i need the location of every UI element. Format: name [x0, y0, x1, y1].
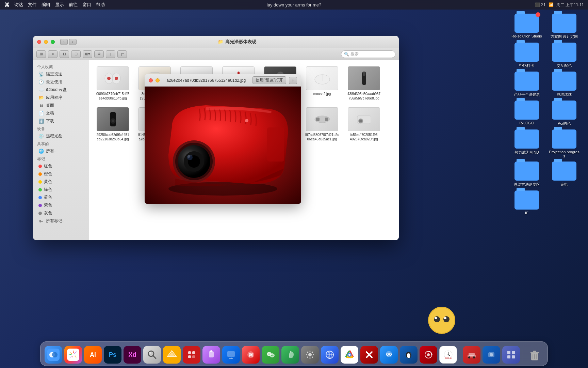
svg-point-85	[348, 354, 350, 356]
desktop: ⌘ 访达 文件 编辑 显示 前往 窗口 帮助 lay down your arm…	[0, 0, 588, 368]
view-grid-button[interactable]: ⊞	[36, 50, 46, 58]
dock-item-store[interactable]: 网	[242, 346, 260, 364]
dock-item-photos[interactable]	[64, 346, 82, 364]
sidebar-item-tag-red[interactable]: 红色	[34, 162, 87, 170]
dock-item-qq[interactable]: QQ	[380, 346, 398, 364]
dock-item-ps2[interactable]	[483, 346, 500, 364]
dock-item-magnifier[interactable]	[143, 346, 161, 364]
sidebar-item-airdrop[interactable]: 📡 隔空投送	[34, 70, 87, 78]
desktop-folder-charge[interactable]: 充电	[547, 162, 581, 187]
preview-close-button[interactable]	[149, 78, 153, 82]
file-item[interactable]: 0f893b7879eb715dff5ee4db00e15ffb.jpg	[93, 64, 132, 103]
sidebar-item-downloads[interactable]: ⬇️ 下载	[34, 117, 87, 125]
dock-item-xd[interactable]: Xd	[124, 346, 141, 364]
dock-item-netease[interactable]	[420, 346, 437, 364]
close-button[interactable]	[37, 40, 41, 44]
sidebar-item-tag-yellow[interactable]: 黄色	[34, 178, 87, 186]
dock-item-ai[interactable]: Ai	[84, 346, 102, 364]
desktop-folder-resolution[interactable]: Re-solution Studio	[510, 14, 544, 39]
dock-item-paste[interactable]	[202, 346, 220, 364]
tag-yellow-dot	[38, 180, 42, 184]
sidebar-item-dvd[interactable]: 💿 远程光盘	[34, 132, 87, 140]
menu-help[interactable]: 帮助	[96, 2, 105, 8]
desktop-folder-mind[interactable]: 努力成为MIND	[510, 129, 544, 158]
desktop-folder-if[interactable]: IF	[510, 190, 544, 215]
desktop-folder-color[interactable]: 交互配色	[547, 43, 581, 68]
view-sort-button[interactable]: ⊞▾	[83, 50, 92, 58]
dock-item-sketch[interactable]	[163, 346, 181, 364]
search-bar[interactable]: 🔍 搜索	[341, 50, 395, 58]
dock-item-trash[interactable]	[526, 346, 543, 364]
dock-item-settings[interactable]	[301, 346, 319, 364]
dock-item-finder[interactable]	[45, 346, 62, 364]
view-cover-button[interactable]: ⊡	[71, 50, 81, 58]
tag-yellow-label: 黄色	[44, 179, 52, 185]
sidebar-item-tag-green[interactable]: 绿色	[34, 186, 87, 194]
desktop-folder-projection[interactable]: Projection progress	[547, 129, 581, 158]
dock-item-abstract[interactable]	[183, 346, 200, 364]
dock-item-keynote[interactable]	[222, 346, 240, 364]
sidebar-item-tag-orange[interactable]: 橙色	[34, 170, 87, 178]
svg-rect-61	[188, 355, 191, 358]
desktop-folder-ball[interactable]: 球球球球	[547, 72, 581, 97]
menu-window[interactable]: 窗口	[82, 2, 91, 8]
tag-purple-dot	[38, 204, 42, 207]
menu-file[interactable]: 文件	[28, 2, 37, 8]
sidebar-item-all[interactable]: 🌐 所有...	[34, 147, 87, 155]
share-button[interactable]: ↑	[106, 50, 115, 58]
menu-edit[interactable]: 编辑	[42, 2, 50, 8]
forward-button[interactable]: ›	[69, 39, 77, 45]
dock-item-ps[interactable]: Ps	[104, 346, 121, 364]
desktop-folder-checkin[interactable]: 拒绝打卡	[510, 43, 544, 68]
file-item[interactable]: fc5fea4702051f96402376fca820f.jpg	[344, 105, 383, 144]
sidebar-label-airdrop: 隔空投送	[46, 71, 62, 77]
menu-finder[interactable]: 访达	[14, 2, 23, 8]
file-item[interactable]: f97ad38067f87d21b2c06ea46a035ac1.jpg	[303, 105, 342, 144]
dock-item-penguin[interactable]	[400, 346, 418, 364]
sidebar-item-desktop[interactable]: 🖥 桌面	[34, 102, 87, 109]
sidebar-item-icloud[interactable]: ☁️ iCloud 云盘	[34, 86, 87, 94]
dock-item-clock[interactable]: 00:00:46	[439, 346, 457, 364]
view-list-button[interactable]: ≡	[48, 50, 58, 58]
dock-item-car[interactable]	[463, 346, 480, 364]
tag-purple-label: 紫色	[44, 202, 52, 208]
dock-item-browser[interactable]	[321, 346, 339, 364]
menubar-right: ⬛ 21 📶 周二 上午11:11	[535, 2, 584, 8]
dock-item-wechat[interactable]	[262, 346, 279, 364]
ps-label: Ps	[109, 351, 116, 358]
preview-minimize-button[interactable]	[156, 78, 160, 82]
menu-view[interactable]: 显示	[55, 2, 64, 8]
sidebar-item-all-tags[interactable]: 🏷 所有标记...	[34, 217, 87, 225]
dock-item-chrome[interactable]	[341, 346, 358, 364]
sidebar-item-tag-gray[interactable]: 灰色	[34, 209, 87, 217]
mascot[interactable]	[428, 307, 459, 337]
sidebar-item-recent[interactable]: 🕐 最近使用	[34, 78, 87, 86]
desktop-folder-rlogo[interactable]: R-LOGO	[510, 101, 544, 126]
dock-item-leaf[interactable]	[281, 346, 299, 364]
action-button[interactable]: ⚙	[94, 50, 104, 58]
minimize-button[interactable]	[44, 40, 48, 44]
sidebar-item-tag-purple[interactable]: 紫色	[34, 201, 87, 209]
dock-item-cross[interactable]	[360, 346, 378, 364]
file-item[interactable]: 438fd395b50aaab937756a5bf7c7e0e8.jpg	[344, 64, 383, 103]
tag-button[interactable]: 🏷	[117, 50, 127, 58]
menu-go[interactable]: 前往	[69, 2, 78, 8]
back-button[interactable]: ‹	[60, 39, 68, 45]
file-item[interactable]: mouse2.jpg	[303, 64, 342, 103]
desktop-folder-design[interactable]: 方案图-设计定制	[547, 14, 581, 39]
preview-share-button[interactable]: ↑	[289, 77, 297, 84]
preview-filename: a26e2047ad70db32b1766755124e01d2.jpg	[162, 78, 250, 83]
file-item[interactable]: 29250cbd62d9fc4451ed2210382b3b54.jpg	[93, 105, 132, 144]
apple-menu[interactable]: ⌘	[4, 2, 10, 8]
desktop-folder-summary[interactable]: 总结方法论专区	[510, 162, 544, 187]
sidebar-item-apps[interactable]: 📂 应用程序	[34, 94, 87, 102]
view-column-button[interactable]: ⊟	[60, 50, 69, 58]
svg-point-73	[270, 354, 271, 355]
sidebar-item-tag-blue[interactable]: 蓝色	[34, 194, 87, 201]
sidebar-item-documents[interactable]: 📄 文稿	[34, 109, 87, 117]
preview-open-button[interactable]: 使用"预览"打开	[252, 76, 286, 84]
dock-item-grid[interactable]	[502, 346, 520, 364]
desktop-folder-product[interactable]: 产品手合法建筑	[510, 72, 544, 97]
desktop-folder-poi[interactable]: Poi的色	[547, 101, 581, 126]
maximize-button[interactable]	[51, 40, 55, 44]
